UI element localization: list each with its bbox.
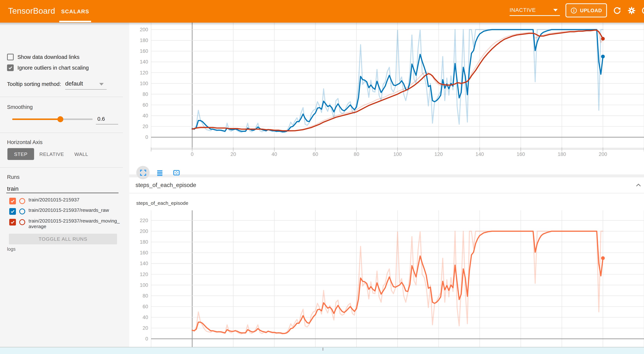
smoothing-value-input[interactable]: 0.6 (98, 116, 105, 122)
upload-button[interactable]: UPLOAD (566, 3, 607, 18)
toggle-all-runs-button[interactable]: TOGGLE ALL RUNS (9, 234, 117, 244)
smoothing-slider[interactable] (12, 118, 92, 120)
svg-text:160: 160 (140, 250, 148, 256)
svg-text:80: 80 (354, 152, 359, 157)
divider (0, 132, 123, 133)
runs-filter-input[interactable]: train (7, 186, 18, 192)
section-title: steps_of_each_episode (136, 182, 196, 188)
run-checkbox-icon[interactable] (9, 219, 16, 226)
checkbox-checked-icon[interactable] (7, 64, 14, 71)
refresh-icon[interactable] (613, 6, 622, 15)
horizontal-axis-buttons: STEPRELATIVEWALL (8, 148, 93, 160)
list-icon (156, 169, 164, 176)
axis-button-relative[interactable]: RELATIVE (34, 148, 69, 160)
svg-text:120: 120 (140, 272, 148, 277)
svg-text:140: 140 (476, 152, 484, 157)
app-title: TensorBoard (8, 6, 55, 16)
svg-text:0: 0 (145, 336, 148, 342)
run-color-circle-icon (19, 198, 25, 204)
run-checkbox-icon[interactable] (9, 208, 16, 215)
svg-text:220: 220 (140, 218, 148, 223)
svg-text:80: 80 (142, 293, 148, 299)
run-color-circle-icon (19, 219, 25, 225)
svg-text:180: 180 (140, 38, 148, 43)
app-header: TensorBoard SCALARS INACTIVE UPLOAD (0, 0, 644, 22)
collapse-chevron-up-icon[interactable] (634, 181, 642, 189)
status-dropdown[interactable]: INACTIVE (510, 0, 560, 22)
svg-text:60: 60 (142, 102, 148, 108)
rewards-chart-card: 0204060801001201401601802000204060801001… (129, 22, 644, 174)
checkbox-label: Show data download links (18, 54, 80, 60)
checkbox-label: Ignore outliers in chart scaling (18, 65, 89, 71)
svg-text:160: 160 (140, 48, 148, 54)
run-label: train/20201015-215937/rewards_moving_ave… (28, 218, 120, 229)
horizontal-axis-label: Horizontal Axis (7, 139, 42, 145)
svg-text:200: 200 (140, 27, 148, 32)
tooltip-sorting-dropdown[interactable]: default (65, 80, 83, 87)
tab-active-underline (59, 21, 91, 22)
tooltip-sorting-label: Tooltip sorting method: (7, 81, 61, 87)
svg-text:140: 140 (140, 59, 148, 64)
tab-scalars[interactable]: SCALARS (59, 0, 91, 22)
divider (0, 97, 123, 97)
run-label: train/20201015-215937 (28, 197, 120, 204)
expand-chart-button[interactable] (136, 166, 150, 179)
svg-text:100: 100 (140, 282, 148, 288)
run-checkbox-icon[interactable] (9, 198, 16, 204)
svg-text:0: 0 (191, 152, 194, 157)
section-header-steps-of-each-episode[interactable]: steps_of_each_episode (129, 177, 644, 193)
ignore-outliers-checkbox-row[interactable]: Ignore outliers in chart scaling (7, 64, 89, 72)
runs-selector-button[interactable] (153, 166, 166, 179)
axis-button-wall[interactable]: WALL (69, 148, 94, 160)
svg-text:20: 20 (142, 124, 148, 129)
chevron-down-icon[interactable] (99, 83, 104, 86)
svg-text:40: 40 (272, 152, 277, 157)
chevron-down-icon (553, 9, 558, 12)
fit-domain-button[interactable] (170, 166, 183, 179)
runs-label: Runs (7, 174, 20, 180)
run-row[interactable]: train/20201015-215937 (9, 197, 120, 204)
svg-text:100: 100 (140, 81, 148, 86)
show-download-links-checkbox-row[interactable]: Show data download links (7, 53, 80, 61)
settings-sidebar: Show data download links Ignore outliers… (0, 22, 129, 354)
scroll-strip-tick (322, 348, 323, 351)
smoothing-label: Smoothing (7, 104, 33, 110)
run-label: train/20201015-215937/rewards_raw (28, 208, 120, 215)
info-icon (570, 7, 578, 14)
upload-button-label: UPLOAD (580, 8, 602, 13)
fit-to-data-icon (172, 169, 180, 176)
svg-text:40: 40 (142, 314, 148, 320)
settings-gear-icon[interactable] (627, 6, 636, 15)
divider (0, 167, 123, 168)
status-dropdown-value: INACTIVE (510, 7, 536, 13)
run-color-circle-icon (19, 208, 25, 214)
checkbox-unchecked-icon[interactable] (7, 54, 14, 60)
svg-text:180: 180 (558, 152, 566, 157)
svg-text:180: 180 (140, 239, 148, 245)
svg-text:40: 40 (142, 113, 148, 118)
svg-text:0: 0 (145, 134, 148, 140)
smoothing-slider-thumb[interactable] (58, 116, 63, 122)
svg-text:140: 140 (140, 261, 148, 266)
svg-text:160: 160 (516, 152, 525, 157)
rewards-chart[interactable]: 0204060801001201401601802000204060801001… (129, 22, 644, 174)
fullscreen-icon (139, 169, 147, 176)
axis-button-step[interactable]: STEP (8, 148, 34, 160)
svg-text:120: 120 (140, 70, 148, 76)
svg-text:80: 80 (142, 92, 148, 97)
svg-text:120: 120 (434, 152, 443, 157)
run-row[interactable]: train/20201015-215937/rewards_moving_ave… (9, 218, 120, 229)
card-gap (129, 174, 644, 177)
chart-toolbar (136, 166, 183, 179)
smoothing-slider-fill (12, 118, 60, 120)
help-icon[interactable] (642, 6, 644, 15)
svg-text:20: 20 (142, 325, 148, 331)
svg-text:60: 60 (312, 152, 318, 157)
logs-directory-label: logs (7, 246, 16, 252)
run-row[interactable]: train/20201015-215937/rewards_raw (9, 208, 120, 215)
steps-chart-card: steps_of_each_episode 020406080100120140… (129, 193, 644, 354)
svg-text:20: 20 (230, 152, 236, 157)
steps-of-each-episode-chart[interactable]: 020406080100120140160180200220 (129, 193, 644, 354)
bottom-scroll-strip[interactable] (0, 347, 644, 354)
svg-text:200: 200 (599, 152, 607, 157)
